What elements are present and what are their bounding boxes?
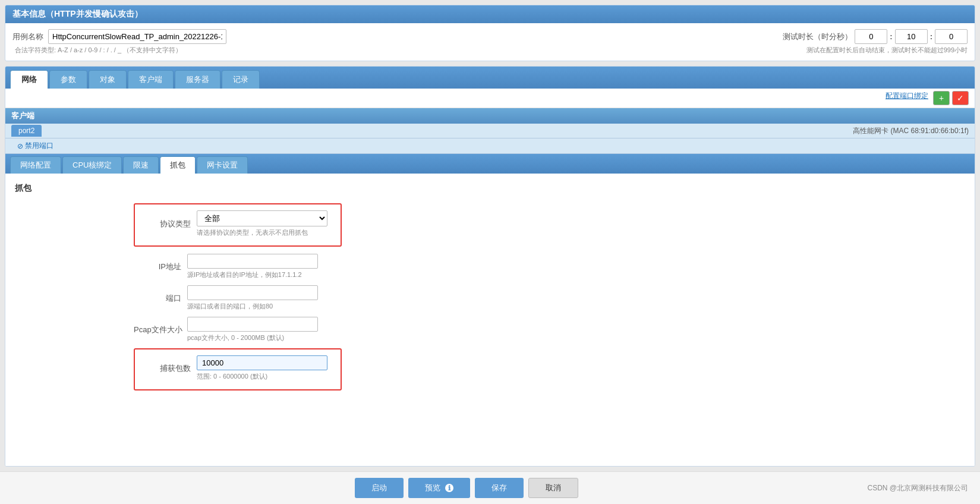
copyright: CSDN @北京网测科技有限公司 xyxy=(867,483,974,493)
port-input[interactable] xyxy=(187,285,318,300)
nic-info: 高性能网卡 (MAC 68:91:d0:66:b0:1f) xyxy=(853,126,969,136)
pcap-size-hint: pcap文件大小, 0 - 2000MB (默认) xyxy=(187,333,318,342)
ip-input[interactable] xyxy=(187,254,318,269)
main-tabs-bar: 网络 参数 对象 客户端 服务器 记录 xyxy=(5,67,975,89)
tab-client[interactable]: 客户端 xyxy=(128,70,174,89)
main-content: 网络 参数 对象 客户端 服务器 记录 配置端口绑定 + ✓ 客户端 xyxy=(5,66,975,467)
pcap-size-input[interactable] xyxy=(187,317,318,332)
name-label: 用例名称 xyxy=(12,32,43,42)
config-port-link[interactable]: 配置端口绑定 xyxy=(886,91,928,105)
sub-tab-cpu-bind[interactable]: CPU核绑定 xyxy=(62,156,122,174)
sub-tab-capture[interactable]: 抓包 xyxy=(160,156,196,174)
tab-server[interactable]: 服务器 xyxy=(175,70,220,89)
network-section: 配置端口绑定 + ✓ 客户端 port2 高性能网卡 (MAC 68:91:d0… xyxy=(5,89,975,466)
sub-tab-limit[interactable]: 限速 xyxy=(123,156,159,174)
ip-label: IP地址 xyxy=(134,262,187,272)
time-hours-input[interactable] xyxy=(855,29,887,44)
save-button[interactable]: 保存 xyxy=(475,478,524,498)
section-title: 基本信息（HTTP并发慢确认攻击） xyxy=(5,5,975,23)
remove-port-btn[interactable]: ✓ xyxy=(952,91,969,105)
capture-count-label: 捕获包数 xyxy=(143,363,197,374)
time-seconds-input[interactable] xyxy=(935,29,968,44)
capture-form: 协议类型 全部 TCP UDP ICMP HTTP 请选择协议的类型，无表示不启… xyxy=(134,203,490,390)
port-group: 端口 源端口或者目的端口，例如80 xyxy=(134,285,490,311)
tab-target[interactable]: 对象 xyxy=(89,70,127,89)
sub-tab-nic-settings[interactable]: 网卡设置 xyxy=(197,156,248,174)
name-input[interactable] xyxy=(48,29,226,44)
protocol-type-label: 协议类型 xyxy=(143,219,197,229)
preview-button[interactable]: 预览 ℹ xyxy=(408,478,470,498)
time-label: 测试时长（时分秒） xyxy=(783,32,852,42)
pcap-size-label: Pcap文件大小 xyxy=(134,325,187,335)
protocol-type-select[interactable]: 全部 TCP UDP ICMP HTTP xyxy=(197,210,327,226)
sub-tab-network-config[interactable]: 网络配置 xyxy=(10,156,61,174)
pcap-size-group: Pcap文件大小 pcap文件大小, 0 - 2000MB (默认) xyxy=(134,317,490,342)
basic-info-section: 基本信息（HTTP并发慢确认攻击） 用例名称 合法字符类型: A-Z / a-z… xyxy=(5,5,975,61)
tab-network[interactable]: 网络 xyxy=(10,70,48,89)
ip-hint: 源IP地址或者目的IP地址，例如17.1.1.2 xyxy=(187,270,318,279)
capture-count-input[interactable] xyxy=(197,355,327,370)
tab-params[interactable]: 参数 xyxy=(49,70,87,89)
right-info: 测试时长（时分秒） : : 测试在配置时长后自动结束，测试时长不能超过999小时 xyxy=(783,29,968,55)
left-info: 用例名称 合法字符类型: A-Z / a-z / 0-9 / : / . / _… xyxy=(12,29,226,55)
tab-record[interactable]: 记录 xyxy=(222,70,260,89)
capture-title: 抓包 xyxy=(15,183,965,194)
sub-tabs-bar: 网络配置 CPU核绑定 限速 抓包 网卡设置 xyxy=(5,154,975,174)
capture-count-hint: 范围: 0 - 6000000 (默认) xyxy=(197,372,327,381)
cancel-button[interactable]: 取消 xyxy=(528,478,578,498)
name-hint: 合法字符类型: A-Z / a-z / 0-9 / : / . / _ （不支持… xyxy=(15,46,226,55)
time-minutes-input[interactable] xyxy=(895,29,928,44)
port-tab[interactable]: port2 xyxy=(11,125,42,137)
disable-port-link[interactable]: 禁用端口 xyxy=(11,140,969,152)
port-hint: 源端口或者目的端口，例如80 xyxy=(187,302,318,311)
ip-group: IP地址 源IP地址或者目的IP地址，例如17.1.1.2 xyxy=(134,254,490,279)
bottom-bar: 启动 预览 ℹ 保存 取消 CSDN @北京网测科技有限公司 xyxy=(0,471,980,504)
time-hint: 测试在配置时长后自动结束，测试时长不能超过999小时 xyxy=(806,46,968,55)
start-button[interactable]: 启动 xyxy=(355,478,404,498)
client-actions: + ✓ xyxy=(933,91,969,105)
add-port-btn[interactable]: + xyxy=(933,91,950,105)
client-panel: 客户端 port2 高性能网卡 (MAC 68:91:d0:66:b0:1f) … xyxy=(5,108,975,154)
preview-icon: ℹ xyxy=(445,484,453,492)
content-area: 抓包 协议类型 全部 TCP UDP ICMP xyxy=(5,174,975,466)
port-label: 端口 xyxy=(134,293,187,304)
client-panel-title: 客户端 xyxy=(11,111,34,121)
protocol-type-hint: 请选择协议的类型，无表示不启用抓包 xyxy=(197,228,327,237)
client-header: 客户端 xyxy=(5,108,975,124)
bottom-buttons: 启动 预览 ℹ 保存 取消 xyxy=(65,478,867,498)
client-port-row: port2 高性能网卡 (MAC 68:91:d0:66:b0:1f) xyxy=(5,124,975,138)
